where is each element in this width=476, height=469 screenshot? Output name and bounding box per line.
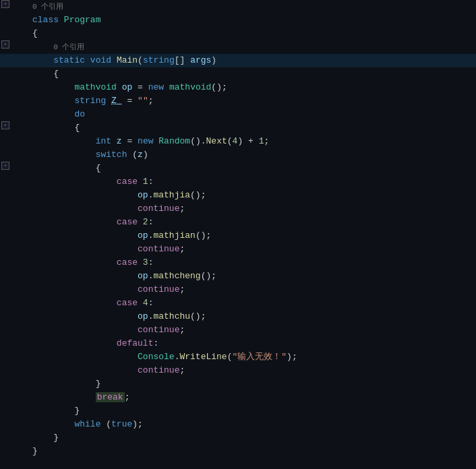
kw-default: default bbox=[117, 338, 154, 348]
punc-writeline-close: ); bbox=[287, 352, 297, 362]
method-main: Main bbox=[117, 55, 138, 65]
line-break: break; bbox=[0, 391, 476, 404]
gutter-collapse-method[interactable]: - bbox=[0, 40, 12, 49]
var-z: z bbox=[117, 136, 122, 146]
line-op-mathcheng: op.mathcheng(); bbox=[0, 270, 476, 283]
line-op-mathchu: op.mathchu(); bbox=[0, 310, 476, 323]
punc-colon1: : bbox=[148, 177, 154, 187]
kw-continue1: continue bbox=[138, 204, 179, 214]
line-op-mathjian: op.mathjian(); bbox=[0, 229, 476, 243]
punc-switch-close: ) bbox=[143, 150, 148, 160]
method-mathjia: mathjia bbox=[153, 190, 190, 200]
code-mathvoid-new: mathvoid op = new mathvoid(); bbox=[27, 81, 476, 94]
code-static-main: static void Main(string[] args) bbox=[27, 54, 476, 67]
kw-static: static bbox=[53, 55, 85, 65]
line-default: default: bbox=[0, 337, 476, 350]
punc-call2: (); bbox=[196, 230, 211, 241]
gutter-collapse-class[interactable]: - bbox=[0, 0, 12, 8]
code-case-3: case 3: bbox=[27, 256, 476, 270]
punc-continue2: ; bbox=[179, 244, 185, 254]
kw-new1: new bbox=[148, 82, 164, 92]
punc-brace3: { bbox=[96, 163, 101, 173]
line-case-2: case 2: bbox=[0, 216, 476, 229]
line-brace-open-3: - { bbox=[0, 162, 476, 175]
punc-colon4: : bbox=[148, 298, 154, 308]
gutter-brace2[interactable]: - bbox=[0, 121, 12, 129]
str-empty: "" bbox=[138, 96, 148, 106]
punc-continue1: ; bbox=[179, 204, 185, 214]
line-continue-4: continue; bbox=[0, 323, 476, 337]
method-next: Next bbox=[206, 136, 227, 146]
collapse-icon-method[interactable]: - bbox=[1, 40, 9, 49]
gutter-brace3[interactable]: - bbox=[0, 162, 12, 170]
code-line-ref-class: 0 个引用 bbox=[27, 0, 476, 13]
code-continue-1: continue; bbox=[27, 202, 476, 216]
kw-continue3: continue bbox=[138, 284, 179, 294]
code-brace-open-2: { bbox=[27, 121, 476, 135]
line-console-writeline: Console.WriteLine("输入无效！"); bbox=[0, 350, 476, 364]
var-op-mathjia: op bbox=[138, 190, 148, 200]
line-brace-close-0: } bbox=[0, 445, 476, 458]
kw-continue2: continue bbox=[138, 244, 179, 254]
line-continue-2: continue; bbox=[0, 243, 476, 256]
kw-case4: case bbox=[117, 298, 138, 308]
kw-case2: case bbox=[117, 217, 138, 227]
code-continue-5: continue; bbox=[27, 364, 476, 377]
code-op-mathcheng: op.mathcheng(); bbox=[27, 270, 476, 283]
code-default: default: bbox=[27, 337, 476, 350]
punc-switch-open: ( bbox=[132, 150, 138, 160]
line-do: do bbox=[0, 108, 476, 121]
punc-paren-close: ) bbox=[211, 55, 216, 65]
collapse-icon-switch[interactable]: - bbox=[1, 162, 9, 170]
line-continue-1: continue; bbox=[0, 202, 476, 216]
kw-true: true bbox=[111, 419, 132, 429]
kw-string: string bbox=[143, 55, 175, 65]
ref-count-class: 0 个引用 bbox=[32, 3, 63, 11]
punc-paren-open: ( bbox=[138, 55, 143, 65]
kw-void: void bbox=[90, 55, 111, 65]
num-case3: 3 bbox=[143, 257, 148, 268]
line-brace-open-1: { bbox=[0, 67, 476, 81]
code-continue-2: continue; bbox=[27, 243, 476, 256]
punc-close2: } bbox=[74, 406, 80, 416]
line-case-1: case 1: bbox=[0, 175, 476, 189]
punc-close0: } bbox=[32, 446, 38, 456]
punc-while-open: ( bbox=[106, 419, 111, 429]
punc-brace2: { bbox=[74, 123, 80, 133]
class-name-program: Program bbox=[64, 15, 101, 25]
code-brace-close-3: } bbox=[27, 377, 476, 391]
num-case2: 2 bbox=[143, 217, 148, 227]
method-mathcheng: mathcheng bbox=[153, 271, 200, 281]
code-op-mathjian: op.mathjian(); bbox=[27, 229, 476, 243]
var-args: args bbox=[190, 55, 211, 65]
line-case-4: case 4: bbox=[0, 296, 476, 310]
line-static-main: static void Main(string[] args) bbox=[0, 54, 476, 67]
collapse-icon-do[interactable]: - bbox=[1, 121, 9, 129]
code-line-ref-method: 0 个引用 bbox=[27, 40, 476, 54]
code-switch-z: switch (z) bbox=[27, 148, 476, 162]
var-op: op bbox=[122, 82, 133, 92]
punc-next-open: ( bbox=[227, 136, 233, 146]
ref-count-method: 0 个引用 bbox=[53, 43, 84, 51]
class-random: Random bbox=[158, 136, 190, 146]
code-class-program: class Program bbox=[27, 13, 476, 27]
line-brace-close-3: } bbox=[0, 377, 476, 391]
code-case-2: case 2: bbox=[27, 216, 476, 229]
line-string-z: string Z_ = ""; bbox=[0, 94, 476, 108]
line-while-true: while (true); bbox=[0, 418, 476, 431]
line-continue-3: continue; bbox=[0, 283, 476, 296]
code-op-mathjia: op.mathjia(); bbox=[27, 189, 476, 202]
var-op-mathjian: op bbox=[138, 230, 148, 241]
kw-while: while bbox=[74, 419, 100, 429]
collapse-icon-class[interactable]: - bbox=[1, 0, 9, 8]
var-z-switch: z bbox=[138, 150, 143, 160]
code-continue-3: continue; bbox=[27, 283, 476, 296]
line-op-mathjia: op.mathjia(); bbox=[0, 189, 476, 202]
code-op-mathchu: op.mathchu(); bbox=[27, 310, 476, 323]
kw-case1: case bbox=[117, 177, 138, 187]
var-op-mathchu: op bbox=[138, 311, 148, 321]
class-console: Console bbox=[138, 352, 175, 362]
punc-break: ; bbox=[125, 392, 130, 402]
str-invalid: "输入无效！" bbox=[232, 352, 287, 362]
type-mathvoid: mathvoid bbox=[74, 82, 116, 92]
